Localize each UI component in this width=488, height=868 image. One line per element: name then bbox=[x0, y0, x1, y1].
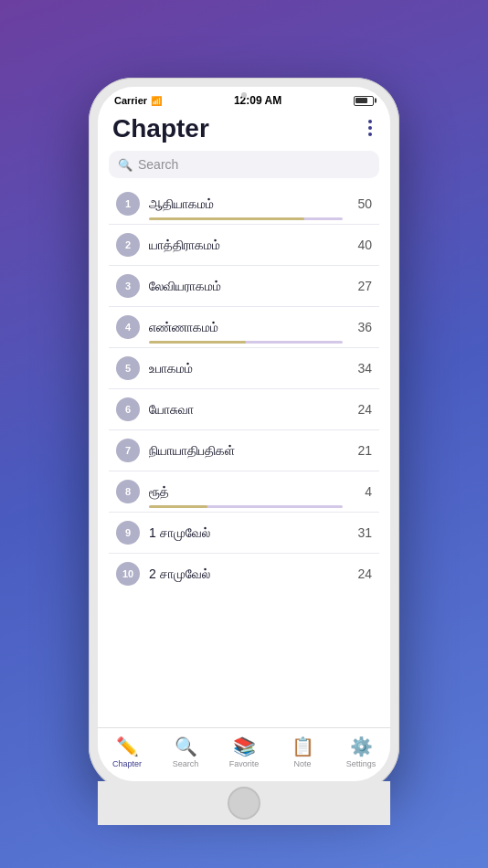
chapter-item[interactable]: 91 சாமுவேல்31 bbox=[109, 513, 379, 554]
chapter-number: 2 bbox=[116, 233, 140, 257]
nav-item-chapter[interactable]: ✏️Chapter bbox=[104, 734, 150, 770]
status-bar: Carrier 📶 12:09 AM bbox=[98, 87, 390, 111]
chapter-count: 24 bbox=[357, 566, 372, 581]
chapter-count: 36 bbox=[357, 320, 372, 334]
app-header: Chapter bbox=[98, 111, 390, 151]
chapter-name: ரூத் bbox=[149, 484, 355, 500]
chapter-count: 24 bbox=[357, 402, 372, 417]
chapter-label: Chapter bbox=[112, 759, 142, 768]
chapter-item[interactable]: 7நியாயாதிபதிகள்21 bbox=[109, 430, 379, 471]
chapter-number: 4 bbox=[116, 315, 140, 339]
chapter-item[interactable]: 3லேவியராகமம்27 bbox=[109, 266, 379, 307]
chapter-item[interactable]: 1ஆதியாகமம்50 bbox=[109, 184, 379, 225]
progress-bar bbox=[149, 217, 343, 220]
chapter-count: 31 bbox=[357, 525, 372, 540]
home-indicator bbox=[98, 781, 390, 825]
chapter-count: 4 bbox=[365, 484, 372, 499]
progress-bar bbox=[149, 505, 343, 508]
page-title: Chapter bbox=[112, 114, 209, 143]
chapter-name: நியாயாதிபதிகள் bbox=[149, 443, 348, 459]
front-camera bbox=[241, 92, 247, 98]
search-bar[interactable]: 🔍 Search bbox=[109, 151, 379, 178]
chapter-name: 2 சாமுவேல் bbox=[149, 566, 348, 582]
chapter-name: யாத்திராகமம் bbox=[149, 238, 348, 253]
dot-2 bbox=[368, 126, 372, 130]
chapter-name: 1 சாமுவேல் bbox=[149, 525, 348, 541]
home-button[interactable] bbox=[228, 787, 260, 820]
dot-3 bbox=[368, 132, 372, 136]
chapter-number: 1 bbox=[116, 192, 140, 216]
progress-bar bbox=[149, 341, 343, 344]
chapter-item[interactable]: 5உபாகமம்34 bbox=[109, 348, 379, 389]
chapter-item[interactable]: 6யோசுவா24 bbox=[109, 389, 379, 430]
settings-label: Settings bbox=[346, 759, 377, 768]
progress-fill bbox=[149, 505, 207, 508]
bottom-nav: ✏️Chapter🔍Search📚Favorite📋Note⚙️Settings bbox=[98, 727, 390, 781]
note-label: Note bbox=[293, 759, 311, 768]
chapter-count: 27 bbox=[357, 279, 372, 293]
chapter-count: 40 bbox=[357, 238, 372, 252]
chapter-name: ஆதியாகமம் bbox=[149, 196, 348, 212]
nav-item-search[interactable]: 🔍Search bbox=[163, 734, 208, 770]
chapter-item[interactable]: 4எண்ணாகமம்36 bbox=[109, 307, 379, 348]
chapter-item[interactable]: 8ரூத்4 bbox=[109, 471, 379, 513]
nav-item-settings[interactable]: ⚙️Settings bbox=[338, 734, 384, 770]
search-icon: 🔍 bbox=[175, 736, 197, 757]
chapter-count: 21 bbox=[357, 443, 372, 458]
wifi-icon: 📶 bbox=[151, 96, 162, 106]
chapter-number: 7 bbox=[116, 439, 140, 462]
progress-fill bbox=[149, 217, 304, 220]
settings-icon: ⚙️ bbox=[350, 736, 373, 757]
chapter-number: 10 bbox=[116, 562, 140, 586]
battery-icon bbox=[354, 96, 374, 106]
chapter-number: 8 bbox=[116, 480, 140, 503]
chapter-list: 1ஆதியாகமம்502யாத்திராகமம்403லேவியராகமம்2… bbox=[98, 184, 390, 727]
chapter-number: 3 bbox=[116, 274, 140, 298]
battery-fill bbox=[355, 98, 367, 103]
chapter-number: 5 bbox=[116, 356, 140, 380]
chapter-name: உபாகமம் bbox=[149, 361, 348, 376]
search-icon: 🔍 bbox=[118, 158, 133, 172]
chapter-name: லேவியராகமம் bbox=[149, 279, 348, 294]
status-right bbox=[354, 96, 374, 106]
chapter-icon: ✏️ bbox=[116, 736, 139, 757]
favorite-label: Favorite bbox=[229, 759, 260, 768]
dot-1 bbox=[368, 120, 372, 123]
chapter-name: யோசுவா bbox=[149, 402, 348, 418]
chapter-count: 34 bbox=[357, 361, 372, 376]
status-left: Carrier 📶 bbox=[114, 95, 162, 106]
nav-item-note[interactable]: 📋Note bbox=[280, 734, 325, 770]
phone-frame: Carrier 📶 12:09 AM Chapter 🔍 Search bbox=[89, 78, 399, 790]
more-menu-button[interactable] bbox=[365, 114, 376, 142]
carrier-label: Carrier bbox=[114, 95, 147, 106]
progress-fill bbox=[149, 341, 246, 344]
chapter-number: 6 bbox=[116, 397, 140, 421]
chapter-item[interactable]: 102 சாமுவேல்24 bbox=[109, 554, 379, 594]
phone-screen: Carrier 📶 12:09 AM Chapter 🔍 Search bbox=[98, 87, 390, 781]
chapter-count: 50 bbox=[357, 196, 372, 211]
note-icon: 📋 bbox=[292, 736, 314, 757]
chapter-item[interactable]: 2யாத்திராகமம்40 bbox=[109, 225, 379, 266]
favorite-icon: 📚 bbox=[233, 736, 256, 757]
search-label: Search bbox=[173, 759, 199, 768]
chapter-number: 9 bbox=[116, 521, 140, 545]
chapter-name: எண்ணாகமம் bbox=[149, 320, 348, 335]
nav-item-favorite[interactable]: 📚Favorite bbox=[221, 734, 267, 770]
search-placeholder: Search bbox=[138, 157, 178, 172]
